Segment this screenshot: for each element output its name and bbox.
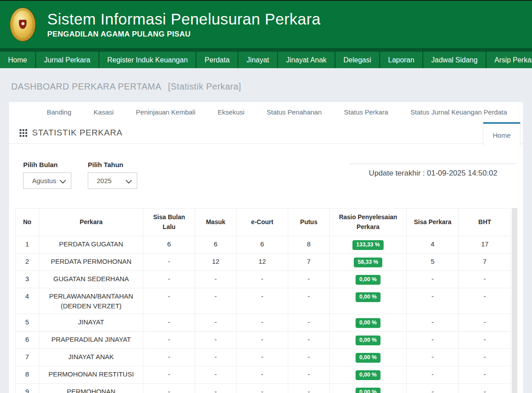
page-title: DASHBOARD PERKARA PERTAMA [Statistik Per… [0, 68, 532, 92]
tab-peninjauan-kembali[interactable]: Peninjauan Kembali [136, 108, 195, 116]
tabs-row: BandingKasasiPeninjauan KembaliEksekusiS… [9, 102, 523, 122]
tab-status-penahanan[interactable]: Status Penahanan [267, 108, 322, 116]
cell-rasio: 58,33 % [330, 254, 407, 271]
grid-icon [20, 129, 27, 137]
cell-masuk: 6 [195, 236, 237, 254]
cell-sisa-perkara: 5 [407, 254, 459, 271]
cell-putus: - [288, 271, 330, 288]
tab-banding[interactable]: Banding [47, 108, 71, 116]
cell-bht: - [459, 314, 511, 331]
nav-item-jinayat-anak[interactable]: Jinayat Anak [278, 52, 335, 68]
nav-item-register-induk-keuangan[interactable]: Register Induk Keuangan [99, 52, 196, 68]
year-select-wrap: 2025 [88, 172, 137, 189]
cell-putus: - [288, 288, 330, 314]
cell-bht: - [459, 288, 511, 314]
column-header-putus: Putus [288, 209, 330, 236]
year-filter-label: Pilih Tahun [88, 161, 137, 168]
nav-item-delegasi[interactable]: Delegasi [336, 52, 379, 68]
cell-rasio: 0,00 % [330, 331, 407, 348]
table-row: 5JINAYAT----0,00 %-- [16, 314, 511, 331]
tab-kasasi[interactable]: Kasasi [94, 108, 114, 116]
rasio-badge: 58,33 % [354, 258, 382, 267]
page-subtitle-text: [Statistik Perkara] [168, 82, 241, 91]
card-content: Pilih Bulan Agustus Pilih Tahun 2025 Upd… [9, 144, 523, 393]
year-filter-group: Pilih Tahun 2025 [88, 161, 137, 201]
column-header-bht: BHT [459, 209, 511, 236]
main-nav: HomeJurnal PerkaraRegister Induk Keuanga… [0, 48, 532, 68]
section-title: STATISTIK PERKARA [32, 128, 123, 138]
table-row: 1PERDATA GUGATAN6668133,33 %417 [16, 236, 511, 254]
rasio-badge: 0,00 % [356, 388, 381, 393]
cell-e-court: - [237, 366, 288, 383]
tab-status-jurnal-keuangan-perdata[interactable]: Status Jurnal Keuangan Perdata [410, 108, 507, 116]
month-filter-group: Pilih Bulan Agustus [23, 161, 71, 201]
cell-masuk: - [195, 314, 237, 331]
rasio-badge: 133,33 % [352, 240, 384, 250]
rasio-badge: 0,00 % [356, 292, 381, 302]
table-wrap: NoPerkaraSisa Bulan LaluMasuke-CourtPutu… [15, 208, 517, 393]
cell-no: 9 [16, 383, 39, 393]
cell-perkara: JINAYAT [39, 314, 143, 331]
nav-item-home[interactable]: Home [0, 52, 35, 68]
nav-item-laporan[interactable]: Laporan [380, 52, 422, 68]
nav-item-arsip-perkara[interactable]: Arsip Perkara [487, 52, 532, 68]
cell-putus: 8 [288, 236, 330, 254]
cell-rasio: 0,00 % [330, 271, 407, 288]
court-seal-logo-icon [10, 8, 36, 41]
cell-sisa-perkara: - [407, 288, 459, 314]
cell-rasio: 0,00 % [330, 348, 407, 366]
table-row: 6PRAPERADILAN JINAYAT----0,00 %-- [16, 331, 511, 348]
section-heading: STATISTIK PERKARA [9, 122, 523, 144]
cell-sisa-bulan-lalu: - [143, 348, 195, 366]
cell-bht: - [459, 366, 511, 383]
cell-no: 6 [16, 331, 39, 348]
dashboard-card: BandingKasasiPeninjauan KembaliEksekusiS… [9, 102, 523, 393]
nav-item-perdata[interactable]: Perdata [196, 52, 237, 68]
tab-status-perkara[interactable]: Status Perkara [344, 108, 388, 116]
tab-home-active[interactable]: Home [483, 122, 520, 146]
column-header-rasio-penyelesaian-perkara: Rasio Penyelesaian Perkara [330, 209, 407, 236]
cell-sisa-bulan-lalu: - [143, 366, 195, 383]
nav-item-jadwal-sidang[interactable]: Jadwal Sidang [423, 52, 486, 68]
cell-bht: 7 [459, 254, 511, 271]
nav-item-jurnal-perkara[interactable]: Jurnal Perkara [36, 52, 98, 68]
cell-bht: 17 [459, 236, 511, 254]
cell-sisa-perkara: - [407, 348, 459, 366]
nav-item-jinayat[interactable]: Jinayat [238, 52, 277, 68]
cell-sisa-perkara: - [407, 366, 459, 383]
cell-no: 8 [16, 366, 39, 383]
table-row: 7JINAYAT ANAK----0,00 %-- [16, 348, 511, 366]
rasio-badge: 0,00 % [356, 353, 381, 363]
cell-e-court: 6 [237, 236, 288, 254]
table-header-row: NoPerkaraSisa Bulan LaluMasuke-CourtPutu… [16, 209, 511, 236]
rasio-badge: 0,00 % [356, 370, 381, 380]
month-filter-label: Pilih Bulan [23, 161, 71, 168]
cell-masuk: 12 [195, 254, 237, 271]
cell-masuk: - [195, 331, 237, 348]
table-row: 4PERLAWANAN/BANTAHAN (DERDEN VERZET)----… [16, 288, 511, 314]
month-select[interactable]: Agustus [24, 173, 71, 188]
cell-putus: 7 [288, 254, 330, 271]
cell-sisa-bulan-lalu: - [143, 288, 195, 314]
cell-sisa-bulan-lalu: - [143, 331, 195, 348]
column-header-e-court: e-Court [237, 209, 288, 236]
last-update-text: Update terakhir : 01-09-2025 14:50:02 [349, 164, 517, 178]
cell-e-court: - [237, 383, 288, 393]
cell-no: 1 [16, 236, 39, 254]
cell-bht: - [459, 331, 511, 348]
seal-shield-icon [19, 20, 27, 29]
table-scrollbar[interactable] [512, 208, 517, 393]
table-row: 9PERMOHONAN KOMPENSASI----0,00 %-- [16, 383, 511, 393]
cell-perkara: GUGATAN SEDERHANA [39, 271, 143, 288]
cell-masuk: - [195, 288, 237, 314]
column-header-no: No [16, 209, 39, 236]
app-title: Sistem Informasi Penelusuran Perkara [47, 10, 321, 28]
cell-no: 3 [16, 271, 39, 288]
tab-eksekusi[interactable]: Eksekusi [218, 108, 245, 116]
cell-perkara: JINAYAT ANAK [39, 348, 143, 366]
cell-sisa-bulan-lalu: - [143, 314, 195, 331]
column-header-perkara: Perkara [39, 209, 143, 236]
year-select[interactable]: 2025 [88, 173, 137, 188]
table-row: 3GUGATAN SEDERHANA----0,00 %-- [16, 271, 511, 288]
cell-rasio: 0,00 % [330, 366, 407, 383]
